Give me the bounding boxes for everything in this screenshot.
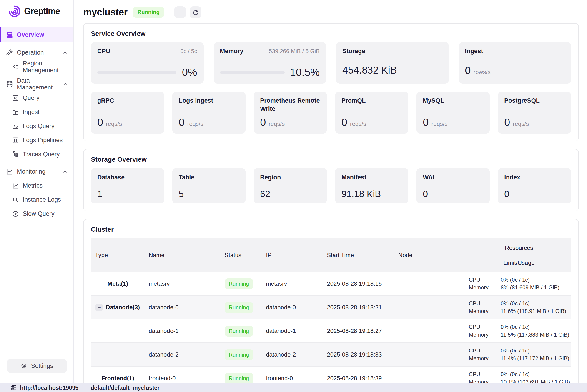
traces-query-icon: [12, 150, 19, 158]
logs-ingest-card: Logs Ingest 0reqs/s: [172, 92, 245, 134]
prometheus-remote-write-value: 0: [260, 116, 266, 128]
ingest-label: Ingest: [465, 47, 483, 56]
memory-card: Memory 539.266 MiB / 5 GiB 10.5%: [213, 42, 326, 84]
sidebar-item-monitoring[interactable]: Monitoring: [0, 164, 73, 178]
ingest-value: 0: [465, 64, 471, 77]
row-start-time: 2025-08-28 19:18:33: [323, 351, 394, 358]
gear-icon: [21, 362, 27, 369]
refresh-icon: [192, 9, 199, 16]
promql-label: PromQL: [342, 97, 402, 105]
sidebar-item-logs-query[interactable]: Logs Query: [0, 119, 73, 133]
row-name: datanode-1: [145, 328, 220, 334]
row-name: frontend-0: [145, 375, 220, 382]
sidebar-item-label: Region Management: [23, 60, 73, 73]
sidebar-item-slow-query[interactable]: Slow Query: [0, 207, 73, 221]
monitoring-icon: [6, 168, 13, 175]
sidebar-item-data-management[interactable]: Data Management: [0, 77, 73, 91]
row-type: Datanode(3): [106, 304, 140, 311]
table-row-frontend-0: Frontend(1) frontend-0 Running frontend-…: [91, 366, 571, 383]
prometheus-remote-write-label: Prometheus Remote Write: [260, 97, 321, 113]
logs-ingest-unit: reqs/s: [187, 120, 203, 127]
sidebar: Greptime Overview O: [0, 0, 74, 383]
memory-limit: 539.266 MiB / 5 GiB: [269, 48, 320, 54]
memory-resource-label: Memory: [469, 379, 501, 383]
prometheus-remote-write-unit: reqs/s: [269, 120, 285, 127]
database-icon: [6, 80, 13, 88]
table-row-datanode-1: datanode-1 Running datanode-1 2025-08-28…: [91, 319, 571, 343]
grpc-value: 0: [97, 116, 103, 128]
header-action-button[interactable]: [174, 6, 186, 18]
cpu-resource-label: CPU: [469, 371, 501, 378]
sidebar-item-operation[interactable]: Operation: [0, 46, 73, 60]
grpc-unit: reqs/s: [106, 120, 122, 127]
row-resources: CPU0% (0c / 1c) Memory11.6% (118.91 MiB …: [467, 300, 571, 314]
mysql-value: 0: [423, 116, 429, 128]
column-limit-usage: Limit/Usage: [503, 259, 534, 266]
server-url: http://localhost:19095: [20, 384, 78, 391]
search-icon: [12, 196, 19, 203]
cpu-card: CPU 0c / 5c 0%: [91, 42, 203, 84]
status-badge: Running: [225, 373, 253, 383]
table-value: 5: [179, 189, 239, 200]
row-name: datanode-0: [145, 304, 220, 311]
sidebar-item-label: Instance Logs: [23, 196, 61, 203]
sidebar-item-label: Overview: [17, 31, 44, 38]
settings-button[interactable]: Settings: [7, 359, 67, 373]
service-overview-panel: Service Overview CPU 0c / 5c 0% Memory: [83, 23, 579, 141]
region-management-icon: [12, 63, 19, 70]
sidebar-item-region-management[interactable]: Region Management: [0, 60, 73, 74]
memory-resource-value: 8% (81.609 MiB / 1 GiB): [501, 284, 571, 291]
refresh-button[interactable]: [190, 6, 201, 18]
row-ip: metasrv: [262, 280, 323, 287]
postgresql-card: PostgreSQL 0reqs/s: [498, 92, 571, 134]
sidebar-item-query[interactable]: Query: [0, 91, 73, 105]
storage-overview-cards: Database 1 Table 5 Region 62 Manifest 91…: [91, 168, 571, 204]
grpc-card: gRPC 0reqs/s: [91, 92, 164, 134]
table-row-meta: Meta(1) metasrv Running metasrv 2025-08-…: [91, 272, 571, 296]
storage-overview-panel: Storage Overview Database 1 Table 5 Regi…: [83, 149, 579, 211]
memory-resource-label: Memory: [469, 308, 501, 314]
sidebar-item-overview[interactable]: Overview: [0, 27, 73, 42]
brand-logo: Greptime: [0, 0, 73, 18]
sidebar-item-metrics[interactable]: Metrics: [0, 178, 73, 192]
column-name: Name: [145, 252, 220, 258]
database-value: 1: [97, 189, 158, 200]
sidebar-item-ingest[interactable]: Ingest: [0, 105, 73, 119]
sidebar-item-logs-pipelines[interactable]: Logs Pipelines: [0, 133, 73, 147]
sidebar-item-label: Operation: [17, 49, 44, 56]
logs-query-icon: [12, 122, 19, 130]
query-icon: [12, 94, 19, 102]
sidebar-item-instance-logs[interactable]: Instance Logs: [0, 192, 73, 207]
chevron-up-icon: [62, 169, 68, 174]
prometheus-remote-write-card: Prometheus Remote Write 0reqs/s: [254, 92, 327, 134]
cpu-resource-label: CPU: [469, 277, 501, 283]
ingest-unit: rows/s: [474, 68, 491, 76]
sidebar-item-label: Traces Query: [23, 151, 60, 158]
memory-resource-label: Memory: [469, 284, 501, 291]
status-badge: Running: [225, 302, 253, 313]
table-label: Table: [179, 174, 194, 181]
sidebar-item-label: Logs Pipelines: [23, 137, 63, 144]
chevron-up-icon: [62, 50, 68, 55]
cpu-resource-value: 0% (0c / 1c): [501, 277, 571, 283]
logs-ingest-value: 0: [179, 116, 185, 128]
row-name: metasrv: [145, 280, 220, 287]
sidebar-item-traces-query[interactable]: Traces Query: [0, 147, 73, 161]
row-resources: CPU0% (0c / 1c) Memory11.4% (117.172 MiB…: [467, 348, 571, 362]
memory-resource-value: 11.4% (117.172 MiB / 1 GiB): [501, 355, 571, 362]
ingest-icon: [12, 108, 19, 116]
greptime-logo-icon: [8, 4, 21, 18]
sidebar-item-label: Logs Query: [23, 123, 55, 130]
memory-resource-label: Memory: [469, 332, 501, 338]
storage-label: Storage: [342, 47, 365, 56]
row-start-time: 2025-08-28 19:18:15: [323, 280, 394, 287]
row-type: Frontend(1): [91, 375, 145, 382]
grpc-label: gRPC: [97, 97, 158, 105]
collapse-button[interactable]: −: [96, 304, 103, 311]
region-label: Region: [260, 174, 281, 181]
memory-resource-value: 11.5% (117.883 MiB / 1 GiB): [501, 332, 571, 338]
column-resources: Resources: [505, 244, 533, 251]
sidebar-item-label: Ingest: [23, 108, 40, 115]
memory-resource-value: 11.6% (118.91 MiB / 1 GiB): [501, 308, 571, 314]
cpu-resource-value: 0% (0c / 1c): [501, 300, 571, 306]
